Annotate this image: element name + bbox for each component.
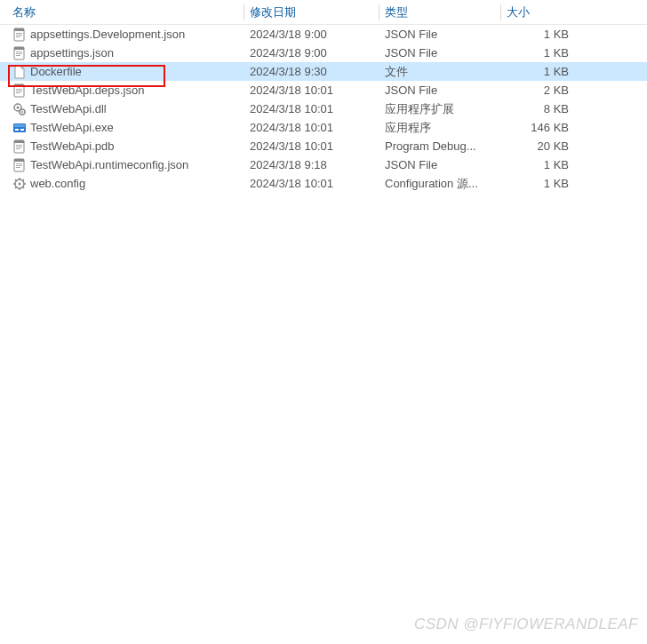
file-row[interactable]: TestWebApi.runtimeconfig.json2024/3/18 9… (0, 155, 647, 174)
file-date: 2024/3/18 10:01 (250, 139, 379, 153)
svg-rect-8 (16, 53, 22, 54)
svg-rect-13 (16, 91, 22, 91)
file-date: 2024/3/18 9:18 (250, 158, 379, 171)
file-size: 2 KB (507, 83, 587, 97)
svg-rect-4 (16, 36, 20, 37)
svg-rect-20 (14, 124, 25, 127)
file-type: JSON File (385, 46, 500, 60)
file-type: 应用程序 (385, 120, 500, 136)
file-size: 20 KB (507, 139, 587, 153)
file-name: Dockerfile (30, 65, 82, 78)
svg-rect-24 (14, 140, 24, 143)
file-name: TestWebApi.runtimeconfig.json (30, 158, 188, 171)
svg-rect-3 (16, 35, 22, 36)
svg-rect-1 (14, 28, 24, 31)
svg-rect-9 (16, 55, 20, 56)
exe-file-icon (12, 121, 27, 135)
file-name: TestWebApi.pdb (30, 139, 114, 153)
watermark: CSDN @FlYFlOWERANDLEAF (414, 616, 638, 633)
file-row[interactable]: Dockerfile2024/3/18 9:30文件1 KB (0, 62, 647, 81)
file-date: 2024/3/18 10:01 (250, 121, 379, 134)
json-file-icon (12, 83, 27, 98)
column-separator[interactable] (244, 4, 244, 20)
file-size: 1 KB (507, 46, 587, 60)
file-type: Program Debug... (385, 139, 500, 153)
file-name: TestWebApi.exe (30, 121, 114, 134)
file-size: 1 KB (507, 158, 587, 171)
svg-rect-29 (14, 159, 24, 162)
file-size: 1 KB (507, 177, 587, 190)
file-name: TestWebApi.deps.json (30, 83, 144, 97)
pdb-file-icon (12, 139, 27, 154)
svg-rect-27 (16, 148, 20, 149)
svg-point-16 (17, 106, 20, 108)
file-type: JSON File (385, 158, 500, 171)
file-list: appsettings.Development.json2024/3/18 9:… (0, 25, 647, 193)
svg-rect-2 (16, 33, 22, 34)
file-row[interactable]: web.config2024/3/18 10:01Configuration 源… (0, 174, 647, 193)
file-date: 2024/3/18 10:01 (250, 102, 379, 115)
svg-point-18 (21, 111, 23, 113)
file-date: 2024/3/18 9:00 (250, 28, 379, 41)
header-name[interactable]: 名称 (5, 4, 244, 20)
file-row[interactable]: appsettings.json2024/3/18 9:00JSON File1… (0, 44, 647, 62)
file-size: 8 KB (507, 102, 587, 115)
config-file-icon (12, 177, 27, 191)
file-row[interactable]: TestWebApi.deps.json2024/3/18 10:01JSON … (0, 81, 647, 99)
header-type[interactable]: 类型 (385, 4, 500, 20)
svg-rect-12 (16, 89, 22, 90)
file-name: appsettings.json (30, 46, 114, 60)
file-row[interactable]: TestWebApi.dll2024/3/18 10:01应用程序扩展8 KB (0, 99, 647, 118)
column-separator[interactable] (379, 4, 379, 20)
file-size: 146 KB (507, 121, 587, 134)
file-type: 文件 (385, 64, 500, 80)
file-size: 1 KB (507, 65, 587, 78)
svg-rect-32 (16, 167, 20, 168)
svg-rect-30 (16, 163, 22, 164)
file-row[interactable]: TestWebApi.exe2024/3/18 10:01应用程序146 KB (0, 118, 647, 137)
svg-rect-22 (20, 129, 24, 131)
json-file-icon (12, 158, 27, 172)
dll-file-icon (12, 102, 27, 116)
svg-rect-31 (16, 165, 22, 166)
svg-rect-21 (15, 129, 19, 131)
json-file-icon (12, 28, 27, 42)
svg-rect-14 (16, 92, 20, 93)
file-type: JSON File (385, 83, 500, 97)
file-date: 2024/3/18 10:01 (250, 83, 379, 97)
svg-point-34 (19, 182, 21, 185)
file-size: 1 KB (507, 28, 587, 41)
file-type: Configuration 源... (385, 176, 500, 192)
svg-rect-7 (16, 52, 22, 52)
file-name: appsettings.Development.json (30, 28, 185, 41)
file-type: 应用程序扩展 (385, 101, 500, 117)
header-size[interactable]: 大小 (507, 4, 587, 20)
file-name: web.config (30, 177, 85, 190)
file-file-icon (12, 65, 27, 79)
column-headers: 名称 修改日期 类型 大小 (0, 0, 647, 25)
file-name: TestWebApi.dll (30, 102, 107, 115)
file-row[interactable]: appsettings.Development.json2024/3/18 9:… (0, 25, 647, 44)
file-date: 2024/3/18 9:00 (250, 46, 379, 60)
file-date: 2024/3/18 10:01 (250, 177, 379, 190)
file-date: 2024/3/18 9:30 (250, 65, 379, 78)
svg-rect-6 (14, 47, 24, 50)
svg-rect-25 (16, 145, 22, 146)
file-row[interactable]: TestWebApi.pdb2024/3/18 10:01Program Deb… (0, 137, 647, 155)
header-date[interactable]: 修改日期 (250, 4, 379, 20)
svg-rect-26 (16, 147, 22, 147)
json-file-icon (12, 46, 27, 60)
file-type: JSON File (385, 28, 500, 41)
svg-rect-11 (14, 84, 24, 87)
column-separator[interactable] (500, 4, 501, 20)
